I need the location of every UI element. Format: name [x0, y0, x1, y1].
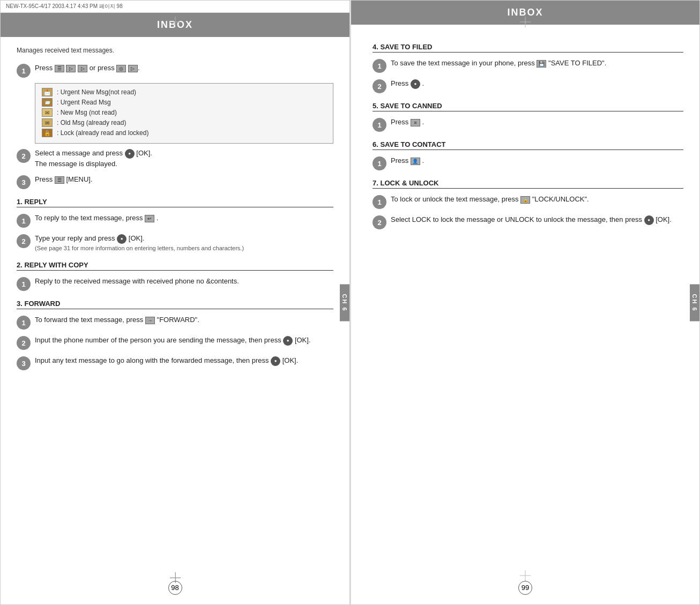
section-forward-heading: 3. FORWARD: [17, 300, 333, 309]
ok-button-icon-2: ●: [117, 234, 126, 244]
icon-row-urgent-new: 📩 : Urgent New Msg(not read): [42, 88, 326, 96]
lock-unlock-step-2-text: Select LOCK to lock the message or UNLOC…: [391, 214, 683, 225]
left-page-subtitle: Manages received text messages.: [17, 47, 333, 54]
save-contact-step-1-text: Press 👤 .: [391, 155, 683, 166]
ok-circle-icon: ◎: [116, 65, 126, 72]
ok-button-icon-5: ●: [411, 79, 420, 89]
step-circle-3: 3: [17, 175, 31, 189]
old-msg-icon: ✉: [42, 118, 53, 127]
reply-step-circle-1: 1: [17, 214, 31, 228]
step-2-text: Select a message and press ● [OK].The me…: [35, 148, 333, 169]
lock-unlock-circle-1: 1: [373, 195, 386, 209]
right-top-crosshair: [520, 17, 531, 29]
reply-step-circle-2: 2: [17, 234, 31, 248]
save-filed-circle-1: 1: [373, 59, 386, 73]
save-filed-icon: 💾: [537, 60, 546, 68]
reply-step-1-text: To reply to the text message, press ↩ .: [35, 213, 333, 223]
reply-copy-step-1: 1 Reply to the received message with rec…: [17, 276, 333, 291]
right-side-tab: CH 6: [690, 284, 699, 321]
lock-icon: 🔒: [520, 196, 530, 204]
icon-row-lock-msg: 🔒 : Lock (already read and locked): [42, 129, 326, 137]
icon-row-old-msg: ✉ : Old Msg (already read): [42, 118, 326, 127]
right-page: INBOX 4. SAVE TO FILED 1 To save the tex…: [350, 0, 700, 605]
save-canned-step-1: 1 Press ≡ .: [373, 117, 683, 132]
ok-button-icon-6: ●: [644, 215, 654, 225]
step-circle-1: 1: [17, 64, 31, 78]
urgent-read-label: : Urgent Read Msg: [57, 99, 111, 106]
reply-icon: ↩: [145, 215, 154, 222]
menu-icon: ☰: [55, 65, 64, 72]
urgent-read-icon: 📨: [42, 98, 53, 107]
save-filed-circle-2: 2: [373, 79, 386, 93]
new-msg-label: : New Msg (not read): [57, 109, 117, 116]
left-page-number: 98: [168, 581, 182, 595]
forward-circle-1: 1: [17, 316, 31, 330]
lock-unlock-circle-2: 2: [373, 215, 386, 229]
step-1-text: Press ☰ ▷ ▷ or press ◎ ▷.: [35, 63, 333, 73]
ok-button-icon: ●: [125, 149, 135, 159]
left-step-1: 1 Press ☰ ▷ ▷ or press ◎ ▷.: [17, 63, 333, 78]
urgent-new-label: : Urgent New Msg(not read): [57, 88, 136, 96]
right-page-number: 99: [518, 581, 532, 595]
save-filed-step-2: 2 Press ● .: [373, 78, 683, 93]
reply-step-2: 2 Type your reply and press ● [OK]. (See…: [17, 233, 333, 252]
save-canned-circle-1: 1: [373, 118, 386, 132]
left-page-number-circle: 98: [168, 581, 182, 595]
file-info: NEW-TX-95C-4/17 2003.4.17 4:43 PM 페이지 98: [1, 1, 349, 13]
section-save-canned-heading: 5. SAVE TO CANNED: [373, 102, 683, 111]
left-side-tab: CH 6: [340, 284, 349, 321]
reply-step-2-note: (See page 31 for more information on ent…: [35, 244, 333, 253]
left-page: NEW-TX-95C-4/17 2003.4.17 4:43 PM 페이지 98…: [0, 0, 350, 605]
section-lock-unlock-heading: 7. LOCK & UNLOCK: [373, 179, 683, 189]
nav3-icon: ▷: [128, 65, 138, 72]
nav2-icon: ▷: [78, 65, 87, 72]
section-save-contact-heading: 6. SAVE TO CONTACT: [373, 140, 683, 150]
icon-row-new-msg: ✉ : New Msg (not read): [42, 108, 326, 117]
new-msg-icon: ✉: [42, 108, 53, 117]
reply-step-1: 1 To reply to the text message, press ↩ …: [17, 213, 333, 228]
lock-msg-icon: 🔒: [42, 129, 53, 137]
forward-step-3-text: Input any text message to go along with …: [35, 355, 333, 366]
forward-step-1-text: To forward the text message, press → "FO…: [35, 315, 333, 325]
nav-icon: ▷: [66, 65, 76, 72]
save-filed-step-1-text: To save the text message in your phone, …: [391, 58, 683, 69]
lock-unlock-step-1: 1 To lock or unlock the text message, pr…: [373, 194, 683, 209]
left-step-2: 2 Select a message and press ● [OK].The …: [17, 148, 333, 169]
menu-icon-2: ☰: [55, 176, 64, 184]
reply-step-2-text: Type your reply and press ● [OK]. (See p…: [35, 233, 333, 252]
icon-legend-box: 📩 : Urgent New Msg(not read) 📨 : Urgent …: [35, 83, 333, 144]
lock-unlock-step-1-text: To lock or unlock the text message, pres…: [391, 194, 683, 205]
urgent-new-icon: 📩: [42, 88, 53, 96]
forward-step-2: 2 Input the phone number of the person y…: [17, 335, 333, 350]
save-contact-step-1: 1 Press 👤 .: [373, 155, 683, 170]
save-canned-step-1-text: Press ≡ .: [391, 117, 683, 128]
top-crosshair: [170, 17, 181, 27]
forward-icon: →: [145, 317, 155, 324]
icon-row-urgent-read: 📨 : Urgent Read Msg: [42, 98, 326, 107]
reply-copy-circle-1: 1: [17, 277, 31, 291]
lock-msg-label: : Lock (already read and locked): [57, 129, 148, 137]
forward-step-1: 1 To forward the text message, press → "…: [17, 315, 333, 330]
forward-circle-2: 2: [17, 336, 31, 350]
forward-circle-3: 3: [17, 356, 31, 370]
section-save-filed-heading: 4. SAVE TO FILED: [373, 43, 683, 53]
forward-step-3: 3 Input any text message to go along wit…: [17, 355, 333, 370]
save-filed-step-1: 1 To save the text message in your phone…: [373, 58, 683, 73]
ok-button-icon-3: ●: [283, 336, 293, 346]
old-msg-label: : Old Msg (already read): [57, 119, 126, 126]
right-page-number-circle: 99: [518, 581, 532, 595]
reply-copy-text: Reply to the received message with recei…: [35, 276, 333, 287]
save-contact-circle-1: 1: [373, 156, 386, 170]
ok-button-icon-4: ●: [271, 356, 280, 366]
section-reply-heading: 1. REPLY: [17, 198, 333, 207]
save-filed-step-2-text: Press ● .: [391, 78, 683, 89]
canned-icon: ≡: [411, 119, 420, 126]
contact-icon: 👤: [411, 158, 420, 165]
left-step-3: 3 Press ☰ [MENU].: [17, 174, 333, 189]
step-3-text: Press ☰ [MENU].: [35, 174, 333, 185]
section-reply-copy-heading: 2. REPLY WITH COPY: [17, 261, 333, 271]
step-circle-2: 2: [17, 149, 31, 163]
lock-unlock-step-2: 2 Select LOCK to lock the message or UNL…: [373, 214, 683, 229]
forward-step-2-text: Input the phone number of the person you…: [35, 335, 333, 346]
